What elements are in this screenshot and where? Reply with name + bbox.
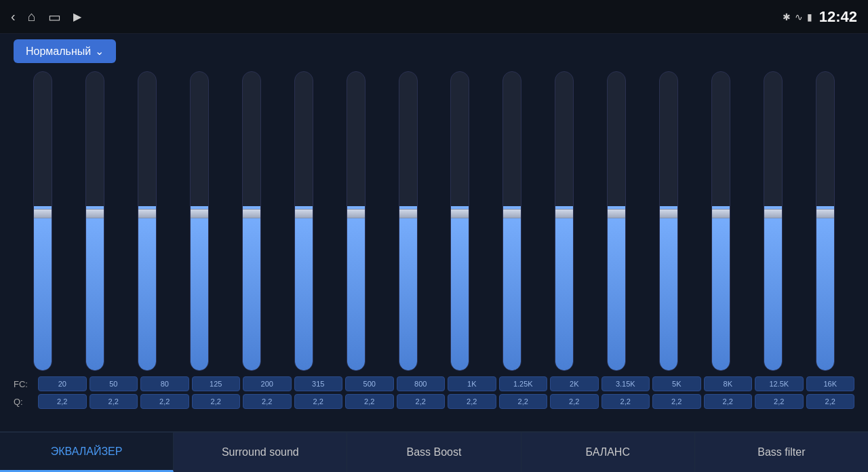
- dropdown-arrow-icon: ⌄: [95, 45, 104, 58]
- q-badge-15[interactable]: 2,2: [806, 394, 855, 409]
- eq-band-4: [226, 68, 278, 374]
- fc-badge-7[interactable]: 800: [397, 376, 446, 391]
- main-content: Нормальный ⌄ FC: 2050801252003155008001K…: [0, 34, 868, 431]
- q-badge-11[interactable]: 2,2: [601, 394, 650, 409]
- tab-balance[interactable]: БАЛАНС: [521, 433, 695, 472]
- preset-button[interactable]: Нормальный ⌄: [14, 39, 116, 63]
- fc-badge-10[interactable]: 2K: [550, 376, 599, 391]
- eq-band-1: [69, 68, 121, 374]
- fc-badge-13[interactable]: 8K: [704, 376, 753, 391]
- eq-band-10: [538, 68, 591, 374]
- status-bar: ‹ ⌂ ▭ ▶ ✱ ∿ ▮ 12:42: [0, 0, 868, 34]
- connection-icons: ✱ ∿ ▮: [783, 12, 812, 22]
- fc-badge-12[interactable]: 5K: [652, 376, 701, 391]
- slider-track-3[interactable]: [190, 71, 209, 371]
- slider-track-11[interactable]: [607, 71, 626, 371]
- slider-thumb-0[interactable]: [33, 209, 52, 218]
- fc-badge-14[interactable]: 12.5K: [755, 376, 804, 391]
- slider-fill-12: [660, 206, 677, 370]
- q-row: Q: 2,22,22,22,22,22,22,22,22,22,22,22,22…: [14, 394, 854, 409]
- slider-thumb-14[interactable]: [764, 209, 783, 218]
- slider-fill-5: [295, 206, 313, 370]
- slider-track-10[interactable]: [555, 71, 574, 371]
- fc-badge-6[interactable]: 500: [345, 376, 394, 391]
- slider-track-7[interactable]: [399, 71, 418, 371]
- fc-badge-3[interactable]: 125: [192, 376, 241, 391]
- slider-track-13[interactable]: [711, 71, 730, 371]
- q-badge-1[interactable]: 2,2: [90, 394, 138, 409]
- slider-thumb-11[interactable]: [607, 209, 626, 218]
- slider-thumb-13[interactable]: [711, 209, 730, 218]
- slider-thumb-5[interactable]: [294, 209, 313, 218]
- slider-fill-6: [347, 206, 365, 370]
- slider-track-6[interactable]: [347, 71, 366, 371]
- back-icon[interactable]: ‹: [11, 9, 16, 24]
- slider-fill-13: [712, 206, 730, 370]
- fc-badge-11[interactable]: 3.15K: [601, 376, 650, 391]
- q-badge-12[interactable]: 2,2: [652, 394, 701, 409]
- slider-track-12[interactable]: [659, 71, 678, 371]
- slider-track-5[interactable]: [294, 71, 313, 371]
- q-badge-2[interactable]: 2,2: [140, 394, 189, 409]
- slider-thumb-1[interactable]: [85, 209, 104, 218]
- tab-surround[interactable]: Surround sound: [174, 433, 347, 472]
- fc-badge-8[interactable]: 1K: [448, 376, 496, 391]
- slider-thumb-8[interactable]: [450, 209, 469, 218]
- q-badge-3[interactable]: 2,2: [192, 394, 241, 409]
- fc-badge-15[interactable]: 16K: [806, 376, 855, 391]
- slider-thumb-10[interactable]: [555, 209, 574, 218]
- equalizer-sliders: [14, 68, 854, 374]
- eq-band-15: [799, 68, 851, 374]
- eq-band-13: [694, 68, 747, 374]
- slider-fill-8: [451, 206, 469, 370]
- slider-track-8[interactable]: [450, 71, 469, 371]
- slider-track-9[interactable]: [502, 71, 521, 371]
- slider-track-14[interactable]: [764, 71, 783, 371]
- q-badge-5[interactable]: 2,2: [294, 394, 343, 409]
- slider-track-0[interactable]: [33, 71, 52, 371]
- slider-thumb-3[interactable]: [190, 209, 209, 218]
- q-label: Q:: [14, 397, 35, 407]
- slider-thumb-4[interactable]: [242, 209, 261, 218]
- slider-thumb-12[interactable]: [659, 209, 678, 218]
- fc-badge-2[interactable]: 80: [140, 376, 189, 391]
- slider-thumb-7[interactable]: [399, 209, 418, 218]
- fc-badge-5[interactable]: 315: [294, 376, 343, 391]
- slider-track-4[interactable]: [242, 71, 261, 371]
- window-icon[interactable]: ▭: [48, 9, 61, 25]
- q-badge-13[interactable]: 2,2: [704, 394, 753, 409]
- tab-bass-boost[interactable]: Bass Boost: [347, 433, 521, 472]
- media-icon[interactable]: ▶: [73, 10, 81, 23]
- slider-track-1[interactable]: [85, 71, 104, 371]
- tab-eq[interactable]: ЭКВАЛАЙЗЕР: [0, 433, 174, 472]
- eq-band-2: [121, 68, 174, 374]
- eq-band-5: [277, 68, 330, 374]
- slider-thumb-2[interactable]: [138, 209, 157, 218]
- slider-thumb-15[interactable]: [816, 209, 835, 218]
- eq-band-12: [643, 68, 695, 374]
- fc-badge-4[interactable]: 200: [243, 376, 292, 391]
- status-indicators: ✱ ∿ ▮ 12:42: [783, 8, 857, 26]
- slider-thumb-9[interactable]: [502, 209, 521, 218]
- q-badge-9[interactable]: 2,2: [499, 394, 548, 409]
- slider-thumb-6[interactable]: [347, 209, 366, 218]
- tab-bass-filter[interactable]: Bass filter: [695, 433, 868, 472]
- fc-label: FC:: [14, 379, 35, 389]
- q-badge-4[interactable]: 2,2: [243, 394, 292, 409]
- q-badge-14[interactable]: 2,2: [755, 394, 804, 409]
- slider-track-15[interactable]: [816, 71, 835, 371]
- fc-badge-9[interactable]: 1.25K: [499, 376, 548, 391]
- fc-badge-0[interactable]: 20: [38, 376, 87, 391]
- q-badge-6[interactable]: 2,2: [345, 394, 394, 409]
- battery-icon: ▮: [807, 12, 812, 22]
- slider-fill-7: [399, 206, 417, 370]
- q-badge-0[interactable]: 2,2: [38, 394, 87, 409]
- bottom-tabs: ЭКВАЛАЙЗЕРSurround soundBass BoostБАЛАНС…: [0, 431, 868, 472]
- clock: 12:42: [819, 8, 857, 26]
- fc-badge-1[interactable]: 50: [90, 376, 138, 391]
- slider-track-2[interactable]: [138, 71, 157, 371]
- q-badge-7[interactable]: 2,2: [397, 394, 446, 409]
- q-badge-10[interactable]: 2,2: [550, 394, 599, 409]
- q-badge-8[interactable]: 2,2: [448, 394, 496, 409]
- home-icon[interactable]: ⌂: [28, 9, 36, 24]
